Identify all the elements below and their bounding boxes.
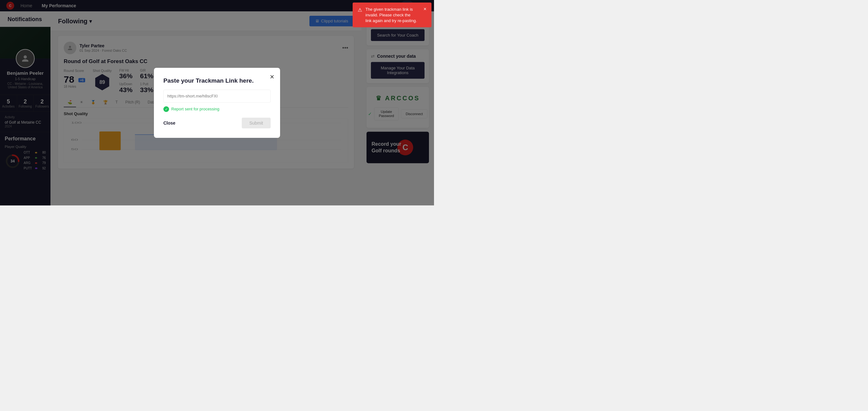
modal-actions: Close Submit [163, 118, 271, 128]
modal-success-message: ✓ Report sent for processing [163, 106, 271, 112]
toast-close-button[interactable]: × [424, 6, 427, 11]
trackman-link-input[interactable] [163, 90, 271, 102]
modal-close-x-button[interactable]: ✕ [270, 73, 274, 80]
toast-warning-icon: ⚠ [358, 6, 363, 13]
modal-title: Paste your Trackman Link here. [163, 77, 271, 84]
modal-close-button[interactable]: Close [163, 121, 175, 126]
modal-submit-button[interactable]: Submit [242, 118, 271, 128]
toast-message: The given trackman link is invalid. Plea… [366, 6, 418, 24]
modal-overlay: Paste your Trackman Link here. ✕ ✓ Repor… [0, 0, 434, 205]
error-toast: ⚠ The given trackman link is invalid. Pl… [352, 2, 432, 27]
trackman-modal: Paste your Trackman Link here. ✕ ✓ Repor… [154, 68, 280, 138]
success-check-icon: ✓ [163, 106, 169, 112]
